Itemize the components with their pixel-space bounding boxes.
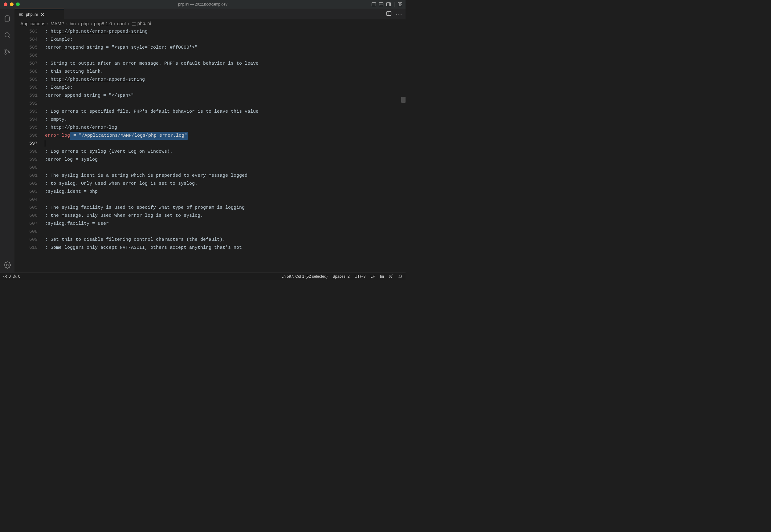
code-line[interactable] <box>45 52 406 60</box>
code-editor[interactable]: 5835845855865875885895905915925935945955… <box>15 28 406 272</box>
more-actions-icon[interactable]: ··· <box>396 11 402 17</box>
line-number: 598 <box>15 148 38 156</box>
svg-line-10 <box>9 36 10 38</box>
breadcrumb-seg[interactable]: php <box>81 21 89 26</box>
code-line[interactable]: ;error_log = syslog <box>45 156 406 164</box>
svg-point-11 <box>5 49 6 51</box>
chevron-right-icon: › <box>66 21 68 26</box>
breadcrumb-seg[interactable]: Applications <box>20 21 45 26</box>
line-number: 588 <box>15 68 38 76</box>
status-indentation[interactable]: Spaces: 2 <box>333 274 350 279</box>
maximize-window-button[interactable] <box>16 2 20 6</box>
code-line[interactable]: ; to syslog. Only used when error_log is… <box>45 180 406 188</box>
close-window-button[interactable] <box>4 2 7 6</box>
ini-file-icon <box>131 22 136 26</box>
line-number: 585 <box>15 44 38 52</box>
code-line[interactable]: ;error_append_string = "</span>" <box>45 92 406 100</box>
tab-close-icon[interactable] <box>40 12 45 17</box>
tab-php-ini[interactable]: php.ini <box>15 9 64 19</box>
svg-rect-0 <box>372 3 376 6</box>
tab-title: php.ini <box>26 12 38 17</box>
code-content[interactable]: ; http://php.net/error-prepend-string; E… <box>45 28 406 272</box>
code-line[interactable]: ; http://php.net/error-append-string <box>45 76 406 84</box>
titlebar: php.ini — 2022.bootcamp.dev <box>0 0 406 9</box>
svg-point-14 <box>6 264 8 266</box>
code-line[interactable]: ; empty. <box>45 116 406 124</box>
chevron-right-icon: › <box>91 21 92 26</box>
statusbar: 0 0 Ln 597, Col 1 (52 selected) Spaces: … <box>0 272 406 280</box>
line-number: 603 <box>15 188 38 196</box>
line-number: 591 <box>15 92 38 100</box>
panel-right-icon[interactable] <box>386 2 391 7</box>
line-number: 583 <box>15 28 38 36</box>
code-line[interactable]: ; this setting blank. <box>45 68 406 76</box>
code-line[interactable]: ; The syslog ident is a string which is … <box>45 172 406 180</box>
code-line[interactable]: error_log = "/Applications/MAMP/logs/php… <box>45 132 406 140</box>
code-line[interactable]: ; Set this to disable filtering control … <box>45 236 406 244</box>
line-number: 605 <box>15 204 38 212</box>
status-warnings[interactable]: 0 <box>13 274 20 279</box>
settings-gear-icon[interactable] <box>0 258 15 272</box>
ini-file-icon <box>18 12 23 17</box>
code-line[interactable]: ; Log errors to specified file. PHP's de… <box>45 108 406 116</box>
line-number-gutter: 5835845855865875885895905915925935945955… <box>15 28 45 272</box>
svg-rect-6 <box>398 3 400 6</box>
code-line[interactable]: ; Example: <box>45 36 406 44</box>
feedback-icon[interactable] <box>389 274 393 279</box>
split-editor-icon[interactable] <box>386 11 392 18</box>
code-line[interactable]: ;error_prepend_string = "<span style='co… <box>45 44 406 52</box>
breadcrumb-seg[interactable]: MAMP <box>50 21 64 26</box>
panel-left-icon[interactable] <box>371 2 376 7</box>
code-line[interactable]: ; The syslog facility is used to specify… <box>45 204 406 212</box>
code-line[interactable]: ; Log errors to syslog (Event Log on Win… <box>45 148 406 156</box>
breadcrumb-seg[interactable]: bin <box>70 21 76 26</box>
line-number: 595 <box>15 124 38 132</box>
status-encoding[interactable]: UTF-8 <box>355 274 365 279</box>
code-line[interactable]: ;syslog.ident = php <box>45 188 406 196</box>
minimap-viewport[interactable] <box>401 97 406 103</box>
code-line[interactable] <box>45 140 406 148</box>
line-number: 609 <box>15 236 38 244</box>
source-control-icon[interactable] <box>0 44 15 59</box>
notifications-bell-icon[interactable] <box>398 274 402 279</box>
code-line[interactable] <box>45 196 406 204</box>
code-line[interactable]: ;syslog.facility = user <box>45 220 406 228</box>
search-icon[interactable] <box>0 28 15 42</box>
minimize-window-button[interactable] <box>10 2 14 6</box>
status-eol[interactable]: LF <box>370 274 375 279</box>
explorer-icon[interactable] <box>0 11 15 26</box>
breadcrumbs[interactable]: Applications › MAMP › bin › php › php8.1… <box>15 20 406 28</box>
breadcrumb-seg[interactable]: php8.1.0 <box>94 21 112 26</box>
chevron-right-icon: › <box>114 21 115 26</box>
code-line[interactable]: ; Some loggers only accept NVT-ASCII, ot… <box>45 244 406 252</box>
tabs-row: php.ini ··· <box>15 9 406 20</box>
chevron-right-icon: › <box>128 21 129 26</box>
breadcrumb-seg[interactable]: conf <box>117 21 126 26</box>
code-line[interactable] <box>45 164 406 172</box>
line-number: 607 <box>15 220 38 228</box>
line-number: 590 <box>15 84 38 92</box>
code-line[interactable] <box>45 100 406 108</box>
code-line[interactable]: ; the message. Only used when error_log … <box>45 212 406 220</box>
code-line[interactable]: ; http://php.net/error-prepend-string <box>45 28 406 36</box>
svg-point-13 <box>8 51 10 53</box>
line-number: 608 <box>15 228 38 236</box>
chevron-right-icon: › <box>47 21 49 26</box>
svg-point-30 <box>390 275 391 276</box>
status-language[interactable]: Ini <box>380 274 384 279</box>
line-number: 601 <box>15 172 38 180</box>
status-cursor-position[interactable]: Ln 597, Col 1 (52 selected) <box>281 274 328 279</box>
breadcrumb-file[interactable]: php.ini <box>131 21 151 26</box>
svg-point-12 <box>5 53 6 54</box>
code-line[interactable] <box>45 228 406 236</box>
status-errors[interactable]: 0 <box>3 274 11 279</box>
line-number: 592 <box>15 100 38 108</box>
line-number: 586 <box>15 52 38 60</box>
chevron-right-icon: › <box>78 21 79 26</box>
code-line[interactable]: ; http://php.net/error-log <box>45 124 406 132</box>
code-line[interactable]: ; Example: <box>45 84 406 92</box>
panel-bottom-icon[interactable] <box>379 2 384 7</box>
customize-layout-icon[interactable] <box>398 2 402 7</box>
svg-rect-2 <box>379 3 383 6</box>
code-line[interactable]: ; String to output after an error messag… <box>45 60 406 68</box>
